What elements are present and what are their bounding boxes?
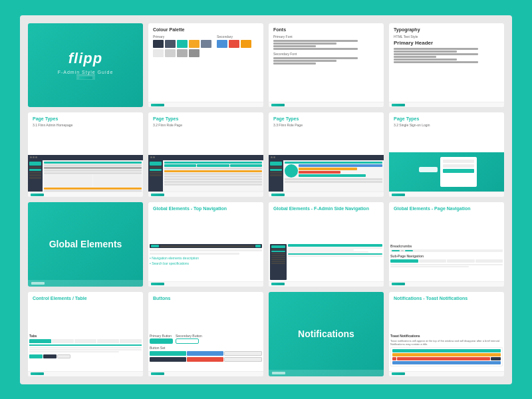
- swatch-teal: [177, 40, 188, 48]
- mockup-main: [43, 160, 143, 192]
- pie-chart1: [285, 164, 298, 178]
- nav-sub2: [150, 253, 239, 255]
- page-type-1-label: Page Types: [33, 116, 138, 121]
- secondary-font-section: [273, 57, 379, 65]
- secondary-font-label: Secondary Font: [273, 52, 379, 56]
- bar3: [299, 171, 340, 174]
- login-mockup: [389, 152, 504, 192]
- typo-line4: [394, 56, 436, 58]
- notifications-detail-card: Notifications - Toast Notifications Toas…: [389, 292, 504, 376]
- tr1: [164, 168, 262, 170]
- swatch-light4: [189, 49, 200, 57]
- tr6: [164, 184, 262, 186]
- toast-orange: [392, 353, 501, 356]
- dot2: [33, 156, 35, 158]
- mockup-bar3: [269, 155, 384, 160]
- notif-footer-logo: [272, 372, 285, 374]
- page-type-3-label: Page Types: [273, 116, 379, 121]
- dot2: [273, 156, 275, 158]
- toast-notif-label: Toast Notifications: [390, 334, 503, 338]
- bc-item2: [405, 250, 413, 251]
- sidebar-logo3: [270, 162, 282, 166]
- ctrl-row3: [29, 351, 119, 352]
- primary-label: Primary: [153, 35, 211, 39]
- footer-logo: [31, 194, 44, 196]
- footer-bar: [28, 371, 143, 376]
- html-text-style-label: HTML Text Style: [394, 35, 499, 39]
- dot3: [35, 156, 37, 158]
- tr-orange: [164, 170, 262, 172]
- button-types-row: Primary Button Secondary Button: [150, 334, 262, 344]
- button-set-label: Button Set: [150, 346, 262, 350]
- swatch-yellow: [189, 40, 200, 48]
- footer-logo: [151, 283, 164, 285]
- sn-main-row3: [288, 251, 368, 253]
- mockup-bar: [28, 155, 143, 160]
- toast-red-btn: [491, 357, 501, 360]
- tab2: [74, 339, 96, 343]
- dot1: [271, 156, 273, 158]
- sidebar-item2: [29, 172, 41, 174]
- sn-main-row5: [288, 255, 382, 257]
- ctrl-btn1: [29, 354, 43, 358]
- primary-font-section: [273, 40, 379, 50]
- sidebar-item-active2: [150, 169, 162, 171]
- page-type-1-card: Page Types 3.1 Flinn Admin Homepage: [28, 112, 143, 197]
- tab3: [97, 339, 119, 343]
- mockup-content2: [148, 160, 263, 192]
- font-line2: [273, 43, 336, 45]
- bar4: [299, 174, 366, 177]
- login-username: [443, 160, 474, 163]
- footer-bar: [389, 281, 504, 287]
- primary-header-label: Primary Header: [394, 40, 499, 46]
- mockup-sidebar: [28, 160, 43, 192]
- notifications-cover-text: Notifications: [298, 329, 354, 339]
- main-row-teal: [44, 162, 142, 164]
- footer-bar: [269, 281, 384, 287]
- swatch-blue: [217, 40, 227, 48]
- side-nav-title: Global Elements - F-Admin Side Navigatio…: [273, 206, 379, 211]
- footer-logo: [392, 194, 405, 196]
- main-row2: [44, 167, 142, 169]
- toast-description: Toast notifications will appear at the t…: [390, 339, 503, 346]
- footer-logo: [151, 372, 164, 375]
- logo-text: flipp: [68, 50, 102, 67]
- secondary-palette: Secondary: [217, 35, 251, 59]
- typo-line2: [394, 51, 457, 53]
- color-palette-card: Colour Palette Primary: [148, 23, 263, 108]
- sn-item3: [271, 253, 285, 254]
- bs-btn5: [187, 357, 223, 362]
- sn-main-header: [288, 244, 382, 247]
- bs-btn4: [150, 357, 186, 362]
- footer-logo: [151, 194, 164, 196]
- sidebar-item4: [29, 177, 41, 179]
- page-type-4-card: Page Types 3.2 Single Sign-on Login: [389, 112, 504, 197]
- page-type-1-subtitle: 3.1 Flinn Admin Homepage: [33, 123, 138, 127]
- swatch-orange: [241, 40, 251, 48]
- ctrl-actions: [29, 354, 142, 358]
- si-active: [270, 169, 282, 171]
- pn-row2: [390, 266, 469, 267]
- sn-logo: [271, 245, 285, 248]
- primary-btn-section: Primary Button: [150, 334, 173, 344]
- page-type-2-card: Page Types 3.2 Flinn Role Page: [148, 112, 263, 197]
- toast-red-icon: [392, 357, 396, 360]
- dot1: [30, 156, 32, 158]
- footer-bar: [269, 192, 384, 197]
- page-type-4-subtitle: 3.2 Single Sign-on Login: [394, 123, 499, 127]
- sn-main-row2: [288, 249, 354, 251]
- tabs-label: Tabs: [29, 334, 142, 338]
- side-nav-main: [288, 244, 382, 279]
- footer-bar: [148, 371, 263, 376]
- secondary-btn-section: Secondary Button: [176, 334, 202, 344]
- primary-palette: Primary: [153, 35, 211, 59]
- btn-set-row2: [150, 357, 262, 362]
- breadcrumb-label: Breadcrumbs: [390, 244, 503, 248]
- footer-bar: [148, 281, 263, 287]
- typography-title: Typography: [394, 27, 499, 32]
- sidebar-logo2: [150, 162, 162, 166]
- si2: [270, 172, 282, 174]
- style-guide-grid: flipp F-Admin Style Guide Colour Palette…: [20, 15, 512, 384]
- login-box: [440, 157, 477, 187]
- logo-subtitle: F-Admin Style Guide: [58, 70, 114, 74]
